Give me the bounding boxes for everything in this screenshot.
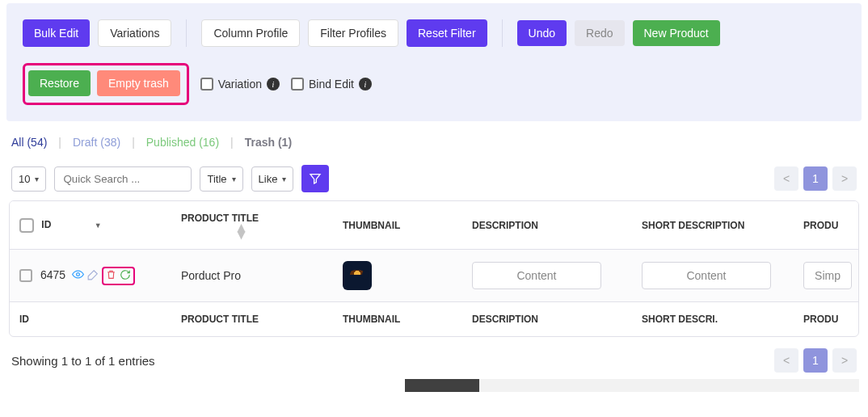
chevron-down-icon: ▾ — [35, 175, 39, 183]
tab-separator: | — [132, 136, 135, 149]
col-thumbnail-header[interactable]: THUMBNAIL — [333, 201, 462, 250]
column-profile-button[interactable]: Column Profile — [201, 19, 300, 47]
chevron-down-icon: ▾ — [282, 175, 286, 183]
page-prev-button[interactable]: < — [774, 166, 798, 191]
restore-highlight-box: Restore Empty trash — [23, 63, 189, 105]
match-select-value: Like — [259, 173, 278, 185]
toolbar-second-row: Restore Empty trash Variation i Bind Edi… — [23, 63, 845, 105]
page-next-button[interactable]: > — [832, 348, 857, 373]
row-action-highlight — [102, 267, 135, 285]
product-type-button[interactable]: Simp — [803, 262, 852, 289]
info-icon[interactable]: i — [267, 78, 280, 91]
filter-bar: 10 ▾ Title ▾ Like ▾ < 1 > — [0, 149, 868, 200]
horizontal-scrollbar[interactable] — [9, 379, 859, 392]
variations-button[interactable]: Variations — [98, 19, 171, 47]
restore-icon[interactable] — [120, 269, 131, 283]
col-title-label: PRODUCT TITLE — [181, 213, 259, 224]
filter-profiles-button[interactable]: Filter Profiles — [308, 19, 398, 47]
empty-trash-button[interactable]: Empty trash — [97, 70, 180, 96]
col-short-desc-header[interactable]: SHORT DESCRIPTION — [632, 201, 794, 250]
foot-id: ID — [10, 302, 171, 337]
variation-checkbox[interactable] — [200, 78, 213, 91]
cell-description: Content — [462, 250, 632, 302]
entries-row: Showing 1 to 1 of 1 entries < 1 > — [0, 337, 868, 379]
row-id-value: 6475 — [40, 268, 65, 281]
bind-edit-checkbox-wrap[interactable]: Bind Edit i — [291, 78, 372, 91]
foot-title: PRODUCT TITLE — [171, 302, 333, 337]
tab-draft[interactable]: Draft (38) — [73, 136, 120, 149]
scrollbar-thumb[interactable] — [405, 379, 479, 392]
sort-icon[interactable]: ▴▾ — [238, 224, 245, 238]
page-next-button[interactable]: > — [832, 166, 857, 191]
foot-product: PRODU — [794, 302, 859, 337]
undo-button[interactable]: Undo — [517, 20, 567, 46]
redo-button[interactable]: Redo — [575, 20, 624, 46]
tab-all[interactable]: All (54) — [11, 136, 47, 149]
col-id-label: ID — [41, 219, 51, 230]
sort-desc-icon[interactable]: ▼ — [95, 221, 102, 230]
tab-published[interactable]: Published (16) — [146, 136, 219, 149]
row-checkbox[interactable] — [19, 269, 32, 282]
pagination-bottom: < 1 > — [774, 348, 857, 373]
delete-icon[interactable] — [106, 269, 116, 282]
bulk-edit-button[interactable]: Bulk Edit — [23, 19, 90, 47]
foot-description: DESCRIPTION — [462, 302, 632, 337]
svg-point-0 — [77, 273, 80, 276]
field-select[interactable]: Title ▾ — [200, 166, 242, 192]
col-id-header[interactable]: ID ▼ — [10, 201, 171, 250]
variation-label: Variation — [218, 78, 262, 91]
field-select-value: Title — [207, 173, 226, 185]
reset-filter-button[interactable]: Reset Filter — [407, 19, 487, 47]
product-thumbnail[interactable] — [343, 261, 372, 290]
tab-separator: | — [58, 136, 61, 149]
status-tabs: All (54) | Draft (38) | Published (16) |… — [0, 121, 868, 149]
search-input[interactable] — [54, 166, 192, 192]
table-row: 6475 — [10, 250, 859, 302]
restore-button[interactable]: Restore — [28, 70, 91, 96]
cell-product: Simp — [794, 250, 859, 302]
bind-edit-checkbox[interactable] — [291, 78, 304, 91]
page-current[interactable]: 1 — [803, 348, 828, 373]
page-size-value: 10 — [19, 173, 30, 185]
variation-checkbox-wrap[interactable]: Variation i — [200, 78, 280, 91]
col-product-header[interactable]: PRODU — [794, 201, 859, 250]
page-current[interactable]: 1 — [803, 166, 828, 191]
short-desc-content-button[interactable]: Content — [642, 262, 771, 289]
match-select[interactable]: Like ▾ — [251, 166, 294, 192]
page-prev-button[interactable]: < — [774, 348, 798, 373]
info-icon[interactable]: i — [359, 78, 372, 91]
toolbar-top-row: Bulk Edit Variations Column Profile Filt… — [23, 19, 845, 47]
select-all-checkbox[interactable] — [19, 218, 34, 233]
foot-thumbnail: THUMBNAIL — [333, 302, 462, 337]
bind-edit-label: Bind Edit — [309, 78, 354, 91]
page-size-select[interactable]: 10 ▾ — [11, 166, 46, 192]
apply-filter-button[interactable] — [301, 165, 329, 192]
toolbar: Bulk Edit Variations Column Profile Filt… — [6, 3, 862, 121]
chevron-down-icon: ▾ — [232, 175, 236, 183]
new-product-button[interactable]: New Product — [633, 20, 720, 46]
edit-icon[interactable] — [87, 269, 99, 283]
cell-id: 6475 — [10, 250, 171, 302]
col-title-header[interactable]: PRODUCT TITLE ▴▾ — [171, 201, 333, 250]
entries-text: Showing 1 to 1 of 1 entries — [11, 354, 155, 368]
products-table: ID ▼ PRODUCT TITLE ▴▾ THUMBNAIL DESCRIPT… — [10, 201, 859, 336]
foot-short-desc: SHORT DESCRI. — [632, 302, 794, 337]
funnel-icon — [309, 172, 322, 185]
description-content-button[interactable]: Content — [472, 262, 601, 289]
tab-separator: | — [230, 136, 234, 149]
col-description-header[interactable]: DESCRIPTION — [462, 201, 632, 250]
cell-short-desc: Content — [632, 250, 794, 302]
scrollbar-track[interactable] — [479, 379, 859, 392]
pagination-top: < 1 > — [774, 166, 857, 191]
products-table-wrap: ID ▼ PRODUCT TITLE ▴▾ THUMBNAIL DESCRIPT… — [9, 200, 859, 337]
view-icon[interactable] — [72, 268, 84, 283]
cell-thumbnail[interactable] — [333, 250, 462, 302]
cell-title[interactable]: Porduct Pro — [171, 250, 333, 302]
tab-trash[interactable]: Trash (1) — [245, 136, 292, 149]
